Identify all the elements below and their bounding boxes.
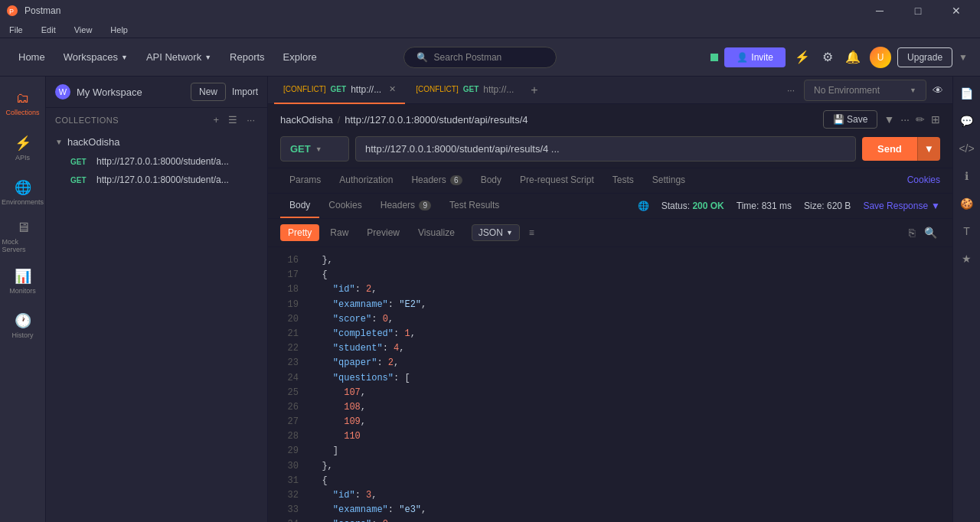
req-tab-settings[interactable]: Settings	[643, 168, 694, 193]
environment-select[interactable]: No Environment ▼	[804, 80, 926, 101]
method-label: GET	[290, 143, 311, 155]
notification-button[interactable]: 🔔	[842, 47, 864, 67]
upgrade-arrow[interactable]: ▼	[959, 52, 968, 63]
url-input[interactable]	[355, 136, 856, 161]
right-icon-code[interactable]: </>	[956, 138, 978, 159]
nav-api-network[interactable]: API Network ▼	[140, 48, 217, 66]
left-panel: W My Workspace New Import Collections + …	[46, 77, 268, 522]
close-button[interactable]: ✕	[939, 0, 974, 21]
breadcrumb-actions: 💾 Save ▼ ··· ✏ ⊞	[823, 110, 940, 129]
time-value: 831 ms	[762, 201, 792, 211]
url-bar: GET ▼ Send ▼	[280, 136, 940, 161]
environments-label: Environments	[2, 198, 44, 206]
nav-workspaces[interactable]: Workspaces ▼	[57, 48, 134, 66]
headers-badge: 6	[450, 175, 462, 185]
response-tab-body[interactable]: Body	[280, 194, 319, 218]
nav-explore[interactable]: Explore	[277, 48, 323, 66]
layout-button[interactable]: ⊞	[931, 113, 940, 126]
send-dropdown-button[interactable]: ▼	[917, 137, 940, 161]
request-url-2: http://127.0.0.1:8000/student/a...	[96, 175, 229, 185]
method-select[interactable]: GET ▼	[280, 136, 349, 161]
maximize-button[interactable]: □	[900, 0, 936, 21]
json-line-32: 32 "id": 3,	[280, 488, 940, 503]
tab-1-close[interactable]: ✕	[389, 84, 396, 94]
import-button[interactable]: Import	[232, 86, 258, 97]
menu-file[interactable]: File	[6, 24, 26, 36]
lightning-button[interactable]: ⚡	[792, 47, 813, 67]
history-icon: 🕐	[15, 312, 31, 329]
request-item-1[interactable]: GET http://127.0.0.1:8000/student/a...	[46, 152, 267, 171]
main-layout: 🗂 Collections ⚡ APIs 🌐 Environments 🖥 Mo…	[0, 77, 980, 522]
req-tab-params[interactable]: Params	[280, 168, 330, 193]
sidebar-item-apis[interactable]: ⚡ APIs	[2, 127, 44, 168]
nav-actions: 👤 Invite ⚡ ⚙ 🔔 U Upgrade ▼	[710, 47, 968, 68]
upgrade-button[interactable]: Upgrade	[897, 47, 952, 67]
method-get-badge: GET	[70, 158, 92, 166]
save-button[interactable]: 💾 Save	[823, 110, 878, 129]
add-collection-button[interactable]: +	[211, 113, 223, 127]
edit-button[interactable]: ✏	[916, 113, 925, 126]
menu-view[interactable]: View	[71, 24, 96, 36]
response-tab-cookies[interactable]: Cookies	[319, 194, 371, 218]
json-line-33: 33 "examname": "e3",	[280, 503, 940, 517]
save-response-button[interactable]: Save Response ▼	[863, 201, 940, 211]
req-tab-tests[interactable]: Tests	[603, 168, 643, 193]
json-line-28: 28 110	[280, 429, 940, 444]
nav-reports[interactable]: Reports	[224, 48, 271, 66]
cookies-link[interactable]: Cookies	[907, 168, 940, 193]
sidebar-item-mock-servers[interactable]: 🖥 Mock Servers	[2, 216, 44, 257]
format-select[interactable]: JSON ▼	[472, 224, 520, 241]
tab-2[interactable]: [CONFLICT] GET http://...	[407, 77, 523, 104]
filter-button[interactable]: ☰	[225, 113, 240, 127]
send-button[interactable]: Send	[862, 137, 917, 161]
body-tab-preview[interactable]: Preview	[359, 224, 407, 241]
right-icon-doc[interactable]: 📄	[956, 83, 978, 104]
workspace-name: My Workspace	[77, 86, 185, 98]
collection-hackodisha[interactable]: ▼ hackOdisha	[46, 132, 267, 152]
eye-button[interactable]: 👁	[929, 81, 946, 100]
body-tab-pretty[interactable]: Pretty	[280, 224, 319, 241]
search-bar[interactable]: 🔍 Search Postman	[403, 47, 557, 68]
avatar[interactable]: U	[870, 47, 891, 68]
workspace-icon: W	[55, 84, 70, 100]
tab-more-button[interactable]: ···	[781, 85, 801, 96]
menu-edit[interactable]: Edit	[38, 24, 59, 36]
new-button[interactable]: New	[191, 83, 226, 101]
req-tab-body[interactable]: Body	[472, 168, 511, 193]
sidebar-item-monitors[interactable]: 📊 Monitors	[2, 260, 44, 302]
body-tab-visualize[interactable]: Visualize	[410, 224, 462, 241]
copy-button[interactable]: ⎘	[906, 223, 918, 242]
body-tab-raw[interactable]: Raw	[322, 224, 356, 241]
tab-1[interactable]: [CONFLICT] GET http://... ✕	[274, 77, 405, 104]
settings-button[interactable]: ⚙	[819, 47, 836, 67]
request-item-2[interactable]: GET http://127.0.0.1:8000/student/a...	[46, 171, 267, 189]
right-icon-info[interactable]: ℹ	[956, 165, 978, 187]
json-line-23: 23 "qpaper": 2,	[280, 356, 940, 370]
req-tab-pre-request[interactable]: Pre-request Script	[511, 168, 603, 193]
save-arrow-button[interactable]: ▼	[884, 113, 894, 126]
add-tab-button[interactable]: +	[524, 83, 544, 97]
right-icon-text[interactable]: T	[956, 220, 978, 242]
json-line-30: 30 },	[280, 459, 940, 474]
right-icon-star[interactable]: ★	[956, 248, 978, 269]
breadcrumb-collection[interactable]: hackOdisha	[280, 114, 333, 126]
more-options-button[interactable]: ···	[243, 113, 258, 127]
right-icon-cookie[interactable]: 🍪	[956, 193, 978, 214]
nav-home[interactable]: Home	[12, 48, 51, 66]
sidebar-item-history[interactable]: 🕐 History	[2, 305, 44, 346]
minimize-button[interactable]: ─	[862, 0, 897, 21]
sidebar-item-environments[interactable]: 🌐 Environments	[2, 171, 44, 213]
req-tab-authorization[interactable]: Authorization	[330, 168, 402, 193]
prettify-icon[interactable]: ≡	[529, 227, 534, 238]
right-icon-comment[interactable]: 💬	[956, 110, 978, 132]
menu-help[interactable]: Help	[107, 24, 131, 36]
search-button[interactable]: 🔍	[921, 223, 940, 242]
invite-button[interactable]: 👤 Invite	[724, 47, 786, 67]
response-tab-test-results[interactable]: Test Results	[440, 194, 508, 218]
response-tab-headers[interactable]: Headers 9	[371, 194, 440, 218]
collection-name: hackOdisha	[67, 136, 120, 148]
sidebar-item-collections[interactable]: 🗂 Collections	[2, 83, 44, 124]
more-button[interactable]: ···	[900, 113, 910, 126]
req-tab-headers[interactable]: Headers 6	[402, 168, 471, 193]
save-response-arrow: ▼	[931, 201, 940, 211]
